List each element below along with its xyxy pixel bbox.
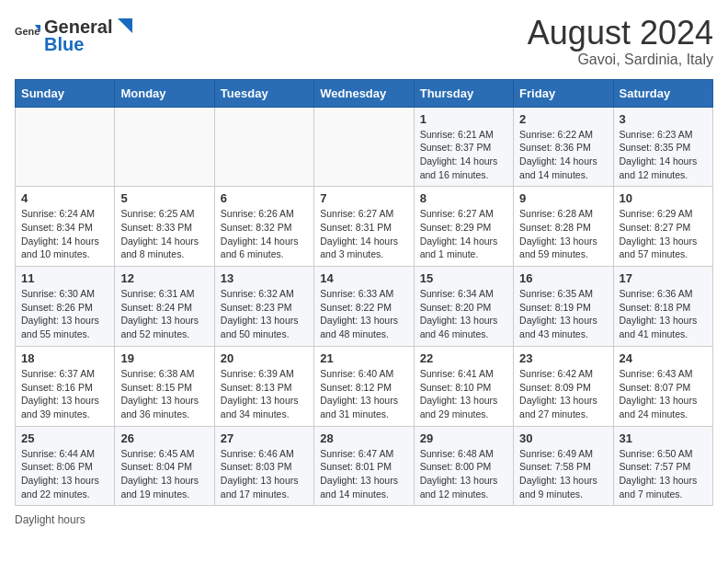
calendar-cell: 22Sunrise: 6:41 AMSunset: 8:10 PMDayligh… bbox=[414, 346, 513, 426]
logo-icon: General bbox=[15, 22, 40, 48]
calendar-cell: 30Sunrise: 6:49 AMSunset: 7:58 PMDayligh… bbox=[514, 426, 613, 506]
calendar-cell: 13Sunrise: 6:32 AMSunset: 8:23 PMDayligh… bbox=[214, 267, 313, 347]
day-number: 1 bbox=[420, 112, 507, 126]
day-number: 4 bbox=[21, 191, 108, 205]
day-number: 16 bbox=[519, 271, 607, 285]
day-number: 5 bbox=[120, 191, 208, 205]
calendar-cell: 8Sunrise: 6:27 AMSunset: 8:29 PMDaylight… bbox=[414, 187, 513, 267]
day-info: Sunrise: 6:46 AMSunset: 8:03 PMDaylight:… bbox=[221, 447, 308, 501]
day-info: Sunrise: 6:27 AMSunset: 8:31 PMDaylight:… bbox=[320, 207, 407, 261]
calendar-cell: 1Sunrise: 6:21 AMSunset: 8:37 PMDaylight… bbox=[414, 107, 513, 187]
day-number: 7 bbox=[320, 191, 407, 205]
day-number: 15 bbox=[420, 271, 507, 285]
calendar-cell: 4Sunrise: 6:24 AMSunset: 8:34 PMDaylight… bbox=[16, 187, 115, 267]
header-saturday: Saturday bbox=[613, 79, 712, 107]
header-sunday: Sunday bbox=[16, 79, 115, 107]
day-info: Sunrise: 6:33 AMSunset: 8:22 PMDaylight:… bbox=[320, 287, 407, 341]
day-info: Sunrise: 6:42 AMSunset: 8:09 PMDaylight:… bbox=[519, 367, 607, 421]
day-info: Sunrise: 6:48 AMSunset: 8:00 PMDaylight:… bbox=[420, 447, 507, 501]
day-info: Sunrise: 6:30 AMSunset: 8:26 PMDaylight:… bbox=[21, 287, 108, 341]
header-friday: Friday bbox=[514, 79, 613, 107]
header-tuesday: Tuesday bbox=[214, 79, 313, 107]
day-number: 20 bbox=[221, 351, 308, 365]
day-number: 10 bbox=[620, 191, 707, 205]
day-info: Sunrise: 6:37 AMSunset: 8:16 PMDaylight:… bbox=[21, 367, 108, 421]
day-info: Sunrise: 6:36 AMSunset: 8:18 PMDaylight:… bbox=[620, 287, 707, 341]
day-info: Sunrise: 6:34 AMSunset: 8:20 PMDaylight:… bbox=[420, 287, 507, 341]
day-number: 18 bbox=[21, 351, 108, 365]
day-number: 26 bbox=[120, 431, 208, 445]
calendar-cell: 6Sunrise: 6:26 AMSunset: 8:32 PMDaylight… bbox=[214, 187, 313, 267]
day-info: Sunrise: 6:45 AMSunset: 8:04 PMDaylight:… bbox=[120, 447, 208, 501]
week-row-5: 25Sunrise: 6:44 AMSunset: 8:06 PMDayligh… bbox=[16, 426, 713, 506]
day-info: Sunrise: 6:28 AMSunset: 8:28 PMDaylight:… bbox=[519, 207, 607, 261]
calendar-cell bbox=[16, 107, 115, 187]
calendar-cell: 3Sunrise: 6:23 AMSunset: 8:35 PMDaylight… bbox=[613, 107, 712, 187]
calendar-header: SundayMondayTuesdayWednesdayThursdayFrid… bbox=[16, 79, 713, 107]
day-number: 13 bbox=[221, 271, 308, 285]
logo: General General Blue bbox=[15, 15, 134, 55]
logo-triangle-icon bbox=[114, 15, 132, 33]
calendar-cell: 16Sunrise: 6:35 AMSunset: 8:19 PMDayligh… bbox=[514, 267, 613, 347]
day-number: 27 bbox=[221, 431, 308, 445]
calendar-cell: 23Sunrise: 6:42 AMSunset: 8:09 PMDayligh… bbox=[514, 346, 613, 426]
day-info: Sunrise: 6:38 AMSunset: 8:15 PMDaylight:… bbox=[120, 367, 208, 421]
svg-text:General: General bbox=[15, 26, 40, 37]
day-info: Sunrise: 6:21 AMSunset: 8:37 PMDaylight:… bbox=[420, 128, 507, 182]
calendar-cell: 20Sunrise: 6:39 AMSunset: 8:13 PMDayligh… bbox=[214, 346, 313, 426]
day-info: Sunrise: 6:32 AMSunset: 8:23 PMDaylight:… bbox=[221, 287, 308, 341]
calendar-cell bbox=[314, 107, 414, 187]
header: General General Blue August 2024 Gavoi, … bbox=[15, 15, 713, 68]
day-number: 2 bbox=[519, 112, 607, 126]
day-number: 3 bbox=[620, 112, 707, 126]
calendar-cell: 21Sunrise: 6:40 AMSunset: 8:12 PMDayligh… bbox=[314, 346, 414, 426]
day-info: Sunrise: 6:40 AMSunset: 8:12 PMDaylight:… bbox=[320, 367, 407, 421]
calendar-cell: 25Sunrise: 6:44 AMSunset: 8:06 PMDayligh… bbox=[16, 426, 115, 506]
calendar-cell: 27Sunrise: 6:46 AMSunset: 8:03 PMDayligh… bbox=[214, 426, 313, 506]
day-number: 23 bbox=[519, 351, 607, 365]
calendar-cell bbox=[214, 107, 313, 187]
calendar-table: SundayMondayTuesdayWednesdayThursdayFrid… bbox=[15, 79, 713, 507]
day-number: 14 bbox=[320, 271, 407, 285]
day-number: 11 bbox=[21, 271, 108, 285]
calendar-cell: 17Sunrise: 6:36 AMSunset: 8:18 PMDayligh… bbox=[613, 267, 712, 347]
week-row-3: 11Sunrise: 6:30 AMSunset: 8:26 PMDayligh… bbox=[16, 267, 713, 347]
calendar-cell: 19Sunrise: 6:38 AMSunset: 8:15 PMDayligh… bbox=[115, 346, 214, 426]
day-number: 25 bbox=[21, 431, 108, 445]
day-number: 31 bbox=[620, 431, 707, 445]
calendar-cell: 10Sunrise: 6:29 AMSunset: 8:27 PMDayligh… bbox=[613, 187, 712, 267]
calendar-cell: 11Sunrise: 6:30 AMSunset: 8:26 PMDayligh… bbox=[16, 267, 115, 347]
calendar-cell: 2Sunrise: 6:22 AMSunset: 8:36 PMDaylight… bbox=[514, 107, 613, 187]
subtitle: Gavoi, Sardinia, Italy bbox=[528, 52, 713, 68]
calendar-body: 1Sunrise: 6:21 AMSunset: 8:37 PMDaylight… bbox=[16, 107, 713, 506]
day-info: Sunrise: 6:22 AMSunset: 8:36 PMDaylight:… bbox=[519, 128, 607, 182]
day-info: Sunrise: 6:27 AMSunset: 8:29 PMDaylight:… bbox=[420, 207, 507, 261]
calendar-cell: 5Sunrise: 6:25 AMSunset: 8:33 PMDaylight… bbox=[115, 187, 214, 267]
day-info: Sunrise: 6:43 AMSunset: 8:07 PMDaylight:… bbox=[620, 367, 707, 421]
day-info: Sunrise: 6:24 AMSunset: 8:34 PMDaylight:… bbox=[21, 207, 108, 261]
week-row-2: 4Sunrise: 6:24 AMSunset: 8:34 PMDaylight… bbox=[16, 187, 713, 267]
day-number: 28 bbox=[320, 431, 407, 445]
week-row-1: 1Sunrise: 6:21 AMSunset: 8:37 PMDaylight… bbox=[16, 107, 713, 187]
day-info: Sunrise: 6:25 AMSunset: 8:33 PMDaylight:… bbox=[120, 207, 208, 261]
header-wednesday: Wednesday bbox=[314, 79, 414, 107]
day-number: 12 bbox=[120, 271, 208, 285]
day-info: Sunrise: 6:26 AMSunset: 8:32 PMDaylight:… bbox=[221, 207, 308, 261]
header-thursday: Thursday bbox=[414, 79, 513, 107]
calendar-cell: 7Sunrise: 6:27 AMSunset: 8:31 PMDaylight… bbox=[314, 187, 414, 267]
day-info: Sunrise: 6:47 AMSunset: 8:01 PMDaylight:… bbox=[320, 447, 407, 501]
calendar-cell: 12Sunrise: 6:31 AMSunset: 8:24 PMDayligh… bbox=[115, 267, 214, 347]
day-number: 24 bbox=[620, 351, 707, 365]
header-monday: Monday bbox=[115, 79, 214, 107]
calendar-cell: 18Sunrise: 6:37 AMSunset: 8:16 PMDayligh… bbox=[16, 346, 115, 426]
days-of-week-row: SundayMondayTuesdayWednesdayThursdayFrid… bbox=[16, 79, 713, 107]
day-number: 19 bbox=[120, 351, 208, 365]
main-title: August 2024 bbox=[528, 15, 713, 52]
svg-marker-2 bbox=[118, 18, 132, 33]
day-number: 17 bbox=[620, 271, 707, 285]
day-info: Sunrise: 6:39 AMSunset: 8:13 PMDaylight:… bbox=[221, 367, 308, 421]
calendar-cell: 31Sunrise: 6:50 AMSunset: 7:57 PMDayligh… bbox=[613, 426, 712, 506]
calendar-cell: 28Sunrise: 6:47 AMSunset: 8:01 PMDayligh… bbox=[314, 426, 414, 506]
footer-note: Daylight hours bbox=[15, 513, 713, 526]
week-row-4: 18Sunrise: 6:37 AMSunset: 8:16 PMDayligh… bbox=[16, 346, 713, 426]
